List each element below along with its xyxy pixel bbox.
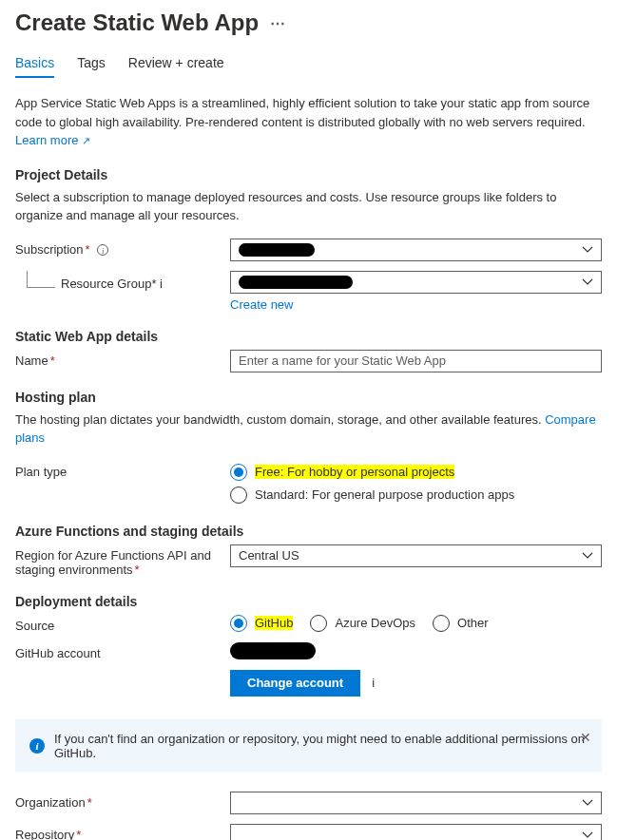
source-ado-radio[interactable] bbox=[310, 615, 327, 632]
plan-free-label: Free: For hobby or personal projects bbox=[255, 465, 454, 479]
tab-review[interactable]: Review + create bbox=[128, 55, 224, 78]
info-icon[interactable]: i bbox=[97, 244, 108, 256]
page-title-text: Create Static Web App bbox=[15, 10, 259, 36]
swa-details-heading: Static Web App details bbox=[15, 329, 602, 344]
chevron-down-icon bbox=[582, 550, 593, 562]
github-account-value-redacted bbox=[230, 642, 316, 659]
chevron-down-icon bbox=[582, 830, 593, 841]
repository-label: Repository* bbox=[15, 824, 230, 841]
intro-text: App Service Static Web Apps is a streaml… bbox=[15, 94, 602, 150]
more-icon[interactable]: ⋯ bbox=[270, 14, 287, 32]
change-account-button[interactable]: Change account bbox=[230, 670, 360, 697]
banner-text: If you can't find an organization or rep… bbox=[54, 732, 588, 760]
info-circle-icon: i bbox=[29, 738, 45, 754]
hosting-plan-heading: Hosting plan bbox=[15, 390, 602, 405]
plan-standard-radio[interactable] bbox=[230, 487, 247, 504]
resource-group-dropdown[interactable] bbox=[230, 271, 602, 294]
source-other-label: Other bbox=[457, 616, 489, 630]
tree-connector bbox=[27, 271, 55, 288]
intro-copy: App Service Static Web Apps is a streaml… bbox=[15, 96, 589, 129]
source-label: Source bbox=[15, 615, 230, 633]
deployment-details-heading: Deployment details bbox=[15, 594, 602, 609]
plan-standard-label: Standard: For general purpose production… bbox=[255, 487, 514, 502]
region-label: Region for Azure Functions API and stagi… bbox=[15, 544, 230, 577]
close-icon[interactable]: ✕ bbox=[580, 730, 591, 745]
functions-heading: Azure Functions and staging details bbox=[15, 524, 602, 539]
source-ado-label: Azure DevOps bbox=[335, 616, 415, 630]
resource-group-label: Resource Group* i bbox=[61, 271, 230, 312]
github-account-label: GitHub account bbox=[15, 642, 230, 660]
source-other-radio[interactable] bbox=[433, 615, 450, 632]
chevron-down-icon bbox=[582, 244, 593, 256]
tab-tags[interactable]: Tags bbox=[77, 55, 106, 78]
plan-type-label: Plan type bbox=[15, 461, 230, 479]
project-details-desc: Select a subscription to manage deployed… bbox=[15, 188, 602, 225]
source-github-radio[interactable] bbox=[230, 615, 247, 632]
create-new-rg-link[interactable]: Create new bbox=[230, 297, 602, 312]
info-icon[interactable]: i bbox=[372, 676, 375, 690]
name-label: Name* bbox=[15, 350, 230, 368]
tab-bar: Basics Tags Review + create bbox=[15, 55, 602, 79]
resource-group-value-redacted bbox=[239, 276, 353, 289]
chevron-down-icon bbox=[582, 797, 593, 809]
info-banner: i If you can't find an organization or r… bbox=[15, 719, 602, 773]
tab-basics[interactable]: Basics bbox=[15, 55, 54, 78]
repository-dropdown[interactable] bbox=[230, 824, 602, 841]
region-dropdown[interactable]: Central US bbox=[230, 544, 602, 567]
project-details-heading: Project Details bbox=[15, 167, 602, 182]
info-icon[interactable]: i bbox=[160, 277, 163, 291]
subscription-value-redacted bbox=[239, 243, 315, 257]
organization-dropdown[interactable] bbox=[230, 792, 602, 814]
region-value: Central US bbox=[239, 548, 299, 563]
source-github-label: GitHub bbox=[255, 616, 293, 630]
chevron-down-icon bbox=[582, 277, 593, 288]
subscription-dropdown[interactable] bbox=[230, 239, 602, 261]
learn-more-link[interactable]: Learn more bbox=[15, 133, 90, 147]
name-input[interactable] bbox=[230, 350, 602, 372]
page-title: Create Static Web App ⋯ bbox=[15, 10, 602, 36]
organization-label: Organization* bbox=[15, 792, 230, 810]
plan-free-radio[interactable] bbox=[230, 464, 247, 481]
subscription-label: Subscription* i bbox=[15, 239, 230, 257]
hosting-plan-desc: The hosting plan dictates your bandwidth… bbox=[15, 410, 602, 448]
